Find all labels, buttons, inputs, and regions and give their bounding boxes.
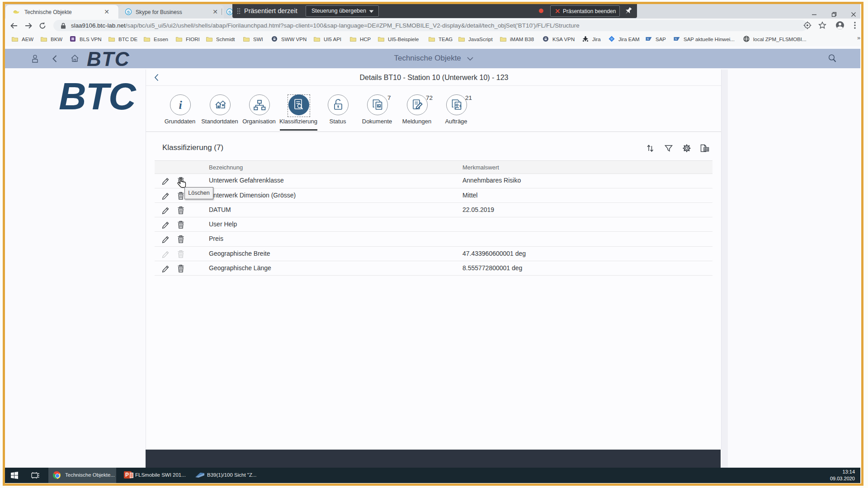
svg-text:S: S [647, 38, 649, 40]
svg-text:S: S [228, 9, 231, 14]
svg-text:i: i [179, 99, 182, 112]
svg-text:S: S [675, 38, 677, 40]
svg-text:$: $ [459, 104, 462, 108]
svg-text:S: S [127, 9, 130, 14]
